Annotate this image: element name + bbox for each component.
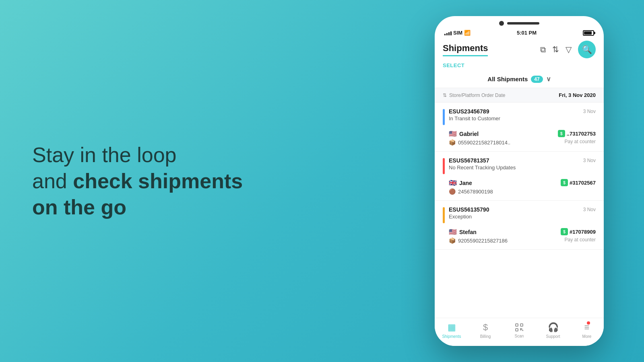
flag-us-3: 🇺🇸 (449, 228, 457, 236)
order-green-dot-2: $ (561, 179, 568, 186)
detail-left-1: 🇺🇸 Gabriel 📦 05590221582718014.. (449, 130, 510, 146)
section-date: Fri, 3 Nov 2020 (559, 92, 596, 98)
select-label[interactable]: SELECT (443, 62, 464, 68)
scan-nav-label: Scan (515, 334, 524, 338)
svg-rect-1 (520, 324, 523, 326)
nav-item-billing[interactable]: $ Billing (469, 322, 502, 339)
hero-line2-bold: check shipments (73, 169, 243, 193)
shipment-card-2[interactable]: ESUS56781357 3 Nov No Recent Tracking Up… (435, 152, 604, 201)
customer-row-1: 🇺🇸 Gabriel (449, 130, 510, 138)
copy-icon[interactable]: ⧉ (540, 45, 546, 54)
tracking-number-1: 05590221582718014.. (458, 140, 510, 146)
signal-bar-3 (448, 32, 450, 35)
billing-nav-label: Billing (480, 334, 491, 339)
date-header: ⇅ Store/Platform Order Date Fri, 3 Nov 2… (435, 88, 604, 103)
phone-notch (435, 16, 604, 28)
shipment-top-1: ESUS23456789 3 Nov In Transit to Custome… (443, 108, 596, 125)
more-notification-dot (587, 321, 590, 325)
status-left: SIM 📶 (444, 30, 471, 36)
filter-count: 47 (531, 76, 543, 83)
shipment-details-2: 🇬🇧 Jane 🟤 245678900198 $ #31702567 (443, 179, 596, 195)
sort-icon[interactable]: ⇅ (552, 45, 559, 54)
shipment-details-1: 🇺🇸 Gabriel 📦 05590221582718014.. $ ..731… (443, 130, 596, 146)
detail-right-2: $ #31702567 (561, 179, 596, 186)
hero-line2-regular: and (32, 169, 73, 193)
status-indicator-blue (443, 109, 445, 125)
nav-item-shipments[interactable]: ▦ Shipments (435, 322, 469, 339)
tracking-row-3: 📦 92055902215827186 (449, 237, 508, 244)
shipment-info-3: ESUS56135790 3 Nov Exception (449, 206, 596, 220)
order-id-3: #17078909 (570, 229, 596, 235)
order-badge-1: $ ..731702753 (558, 130, 596, 137)
tracking-number-3: 92055902215827186 (458, 238, 508, 244)
order-green-dot-1: $ (558, 130, 565, 137)
billing-nav-icon: $ (483, 322, 488, 333)
signal-bar-1 (444, 34, 446, 35)
battery-icon (583, 30, 594, 36)
detail-right-3: $ #17078909 Pay at counter (561, 228, 596, 243)
shipments-nav-icon: ▦ (448, 322, 456, 333)
nav-item-scan[interactable]: Scan (502, 323, 536, 338)
svg-rect-2 (516, 329, 518, 331)
filter-row[interactable]: All Shipments 47 ∨ (435, 72, 604, 88)
payment-status-3: Pay at counter (565, 237, 596, 243)
shipment-id-row-1: ESUS23456789 3 Nov (449, 108, 596, 115)
hero-section: Stay in the loop and check shipments on … (0, 142, 435, 220)
shipment-id-2: ESUS56781357 (449, 157, 489, 164)
detail-left-2: 🇬🇧 Jane 🟤 245678900198 (449, 179, 493, 195)
search-button[interactable]: 🔍 (578, 41, 596, 58)
header-icons: ⧉ ⇅ ▽ 🔍 (540, 41, 596, 58)
camera-dot (499, 21, 504, 26)
payment-status-1: Pay at counter (565, 139, 596, 144)
hero-line1: Stay in the loop (32, 142, 402, 168)
shipment-status-2: No Recent Tracking Updates (449, 165, 596, 171)
shipment-info-2: ESUS56781357 3 Nov No Recent Tracking Up… (449, 157, 596, 171)
app-header: Shipments ⧉ ⇅ ▽ 🔍 (435, 39, 604, 58)
support-nav-icon: 🎧 (548, 322, 559, 333)
carrier-icon-2: 🟤 (449, 188, 456, 195)
order-badge-3: $ #17078909 (561, 228, 596, 235)
status-indicator-yellow (443, 207, 445, 223)
carrier-icon-1: 📦 (449, 139, 456, 146)
shipment-date-3: 3 Nov (583, 207, 596, 212)
status-bar: SIM 📶 5:01 PM (435, 28, 604, 39)
hero-line3: on the go (32, 194, 402, 220)
flag-gb-2: 🇬🇧 (449, 179, 457, 187)
tracking-row-2: 🟤 245678900198 (449, 188, 493, 195)
filter-pill[interactable]: All Shipments 47 ∨ (487, 75, 551, 83)
carrier-label: SIM (453, 30, 462, 36)
filter-icon[interactable]: ▽ (566, 45, 572, 54)
customer-row-2: 🇬🇧 Jane (449, 179, 493, 187)
select-row: SELECT (435, 58, 604, 72)
shipment-date-1: 3 Nov (583, 109, 596, 114)
speaker-bar (507, 22, 539, 25)
wifi-icon: 📶 (464, 30, 471, 36)
shipment-status-3: Exception (449, 214, 596, 220)
shipment-id-3: ESUS56135790 (449, 206, 489, 213)
more-nav-label: More (582, 334, 592, 339)
shipment-top-2: ESUS56781357 3 Nov No Recent Tracking Up… (443, 157, 596, 174)
phone-screen: SIM 📶 5:01 PM Shipments ⧉ ⇅ ▽ 🔍 (435, 16, 604, 346)
bottom-nav: ▦ Shipments $ Billing Scan (435, 318, 604, 346)
hero-text: Stay in the loop and check shipments on … (32, 142, 402, 220)
shipment-top-3: ESUS56135790 3 Nov Exception (443, 206, 596, 223)
tracking-number-2: 245678900198 (458, 189, 493, 195)
svg-rect-0 (516, 324, 518, 326)
scan-nav-icon (514, 323, 524, 332)
tracking-row-1: 📦 05590221582718014.. (449, 139, 510, 146)
customer-name-2: Jane (459, 180, 472, 186)
search-icon: 🔍 (582, 45, 592, 54)
shipment-card-1[interactable]: ESUS23456789 3 Nov In Transit to Custome… (435, 103, 604, 152)
shipment-card-3[interactable]: ESUS56135790 3 Nov Exception 🇺🇸 Stefan (435, 201, 604, 250)
customer-name-3: Stefan (459, 229, 477, 235)
app-title: Shipments (443, 43, 488, 56)
date-header-left: ⇅ Store/Platform Order Date (443, 93, 505, 98)
status-indicator-red (443, 158, 445, 174)
nav-item-more[interactable]: ≡ More (570, 322, 604, 339)
sort-label: Store/Platform Order Date (449, 93, 505, 98)
shipment-id-1: ESUS23456789 (449, 108, 489, 115)
customer-row-3: 🇺🇸 Stefan (449, 228, 508, 236)
signal-bar-4 (450, 31, 452, 35)
signal-bar-2 (446, 33, 448, 35)
nav-item-support[interactable]: 🎧 Support (536, 322, 570, 339)
